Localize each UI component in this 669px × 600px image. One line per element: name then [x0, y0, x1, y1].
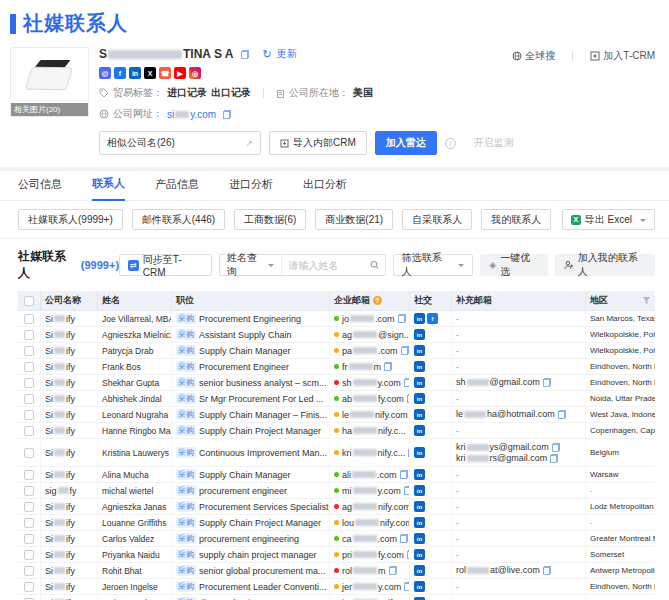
tab-contacts[interactable]: 联系人	[92, 176, 125, 201]
column-header: 姓名	[97, 291, 171, 310]
pill-button[interactable]: 邮件联系人(446)	[132, 209, 225, 230]
copy-icon[interactable]	[552, 443, 560, 452]
copy-icon[interactable]	[223, 110, 231, 119]
row-checkbox[interactable]	[24, 394, 34, 404]
similar-companies-button[interactable]: 相似公司名(26)↗	[99, 131, 261, 155]
copy-icon[interactable]	[241, 50, 249, 59]
copy-icon[interactable]	[550, 454, 558, 463]
copy-icon[interactable]	[404, 486, 409, 495]
row-checkbox[interactable]	[24, 314, 34, 324]
join-tcrm-button[interactable]: 加入T-CRM	[590, 49, 655, 63]
linkedin-icon[interactable]: in	[414, 425, 425, 436]
row-checkbox[interactable]	[24, 486, 34, 496]
copy-icon[interactable]	[400, 470, 408, 479]
join-radar-button[interactable]: 加入雷达	[375, 131, 437, 155]
position-text: Supply Chain Project Manager	[199, 426, 321, 436]
copy-icon[interactable]	[384, 362, 392, 371]
row-checkbox[interactable]	[24, 378, 34, 388]
linkedin-icon[interactable]: in	[414, 377, 425, 388]
linkedin-icon[interactable]: in	[414, 313, 425, 324]
row-checkbox[interactable]	[24, 330, 34, 340]
linkedin-icon[interactable]: in	[414, 565, 425, 576]
linkedin-icon[interactable]: in	[414, 393, 425, 404]
supp-email: sh@gmail.com	[456, 377, 551, 388]
instagram-icon[interactable]: ◎	[189, 67, 201, 79]
row-checkbox[interactable]	[24, 362, 34, 372]
linkedin-icon[interactable]: in	[414, 485, 425, 496]
header-checkbox[interactable]	[24, 296, 34, 306]
copy-icon[interactable]	[404, 582, 409, 591]
name-search-input[interactable]	[282, 260, 370, 271]
copy-icon[interactable]	[389, 566, 397, 575]
pill-button[interactable]: 自采联系人	[402, 209, 472, 230]
linkedin-icon[interactable]: in	[414, 517, 425, 528]
copy-icon[interactable]	[558, 410, 566, 419]
export-excel-button[interactable]: X 导出 Excel	[562, 209, 655, 230]
quick-select-button[interactable]: ◈ 一键优选	[480, 254, 548, 276]
company-image[interactable]: 相关图片(20)	[10, 47, 89, 117]
row-checkbox[interactable]	[24, 534, 34, 544]
global-search-button[interactable]: 全球搜	[512, 49, 555, 63]
copy-icon[interactable]	[404, 378, 409, 387]
position-tag: 采购	[176, 329, 196, 340]
trade-tag-import[interactable]: 进口记录	[167, 86, 207, 100]
linkedin-icon[interactable]: in	[414, 409, 425, 420]
sync-tcrm-button[interactable]: ⇄ 同步至T-CRM	[119, 254, 212, 276]
update-button[interactable]: 更新	[277, 47, 297, 61]
pill-button[interactable]: 社媒联系人(9999+)	[18, 209, 123, 230]
search-icon[interactable]	[370, 260, 379, 270]
facebook-icon[interactable]: f	[427, 313, 438, 324]
linkedin-icon[interactable]: in	[414, 469, 425, 480]
linkedin-icon[interactable]: in	[414, 501, 425, 512]
linkedin-icon[interactable]: in	[414, 581, 425, 592]
row-checkbox[interactable]	[24, 410, 34, 420]
filter-contacts-dropdown[interactable]: 筛选联系人	[393, 254, 473, 276]
row-checkbox[interactable]	[24, 566, 34, 576]
row-checkbox[interactable]	[24, 346, 34, 356]
help-icon[interactable]: ?	[373, 296, 382, 305]
linkedin-icon[interactable]: in	[414, 361, 425, 372]
linkedin-icon[interactable]: in	[414, 533, 425, 544]
import-crm-button[interactable]: 导入内部CRM	[269, 131, 367, 155]
website-link[interactable]: siy.com	[167, 109, 216, 120]
row-checkbox[interactable]	[24, 470, 34, 480]
row-checkbox[interactable]	[24, 582, 34, 592]
linkedin-icon[interactable]: in	[414, 549, 425, 560]
copy-icon[interactable]	[401, 346, 409, 355]
copy-icon[interactable]	[407, 394, 409, 403]
row-checkbox[interactable]	[24, 426, 34, 436]
trade-tag-export[interactable]: 出口记录	[211, 86, 251, 100]
linkedin-icon[interactable]: in	[414, 447, 425, 458]
linkedin-icon[interactable]: in	[414, 345, 425, 356]
info-icon[interactable]: i	[445, 138, 456, 149]
phone-icon[interactable]: ☎	[159, 67, 171, 79]
add-my-contacts-button[interactable]: 加入我的联系人	[555, 254, 655, 276]
row-checkbox[interactable]	[24, 448, 34, 458]
linkedin-icon[interactable]: in	[129, 67, 141, 79]
row-checkbox[interactable]	[24, 550, 34, 560]
copy-icon[interactable]	[398, 314, 406, 323]
supp-email-cell: -	[451, 531, 585, 546]
pill-button[interactable]: 工商数据(6)	[234, 209, 306, 230]
tab-company-info[interactable]: 公司信息	[18, 177, 62, 200]
linkedin-icon[interactable]: in	[414, 329, 425, 340]
pill-button[interactable]: 商业数据(21)	[315, 209, 393, 230]
x-icon[interactable]: X	[144, 67, 156, 79]
facebook-icon[interactable]: f	[114, 67, 126, 79]
copy-icon[interactable]	[400, 534, 408, 543]
website-icon[interactable]: @	[99, 67, 111, 79]
copy-icon[interactable]	[407, 550, 409, 559]
copy-icon[interactable]	[408, 448, 409, 457]
start-monitor-button[interactable]: 开启监测	[464, 131, 524, 155]
pill-button[interactable]: 我的联系人	[481, 209, 551, 230]
copy-icon[interactable]	[543, 378, 551, 387]
tab-import-analysis[interactable]: 进口分析	[229, 177, 273, 200]
tab-export-analysis[interactable]: 出口分析	[303, 177, 347, 200]
copy-icon[interactable]	[543, 566, 551, 575]
name-query-dropdown[interactable]: 姓名查询	[220, 255, 282, 275]
filter-icon[interactable]	[642, 296, 651, 305]
tab-products[interactable]: 产品信息	[155, 177, 199, 200]
row-checkbox[interactable]	[24, 502, 34, 512]
row-checkbox[interactable]	[24, 518, 34, 528]
youtube-icon[interactable]: ▶	[174, 67, 186, 79]
